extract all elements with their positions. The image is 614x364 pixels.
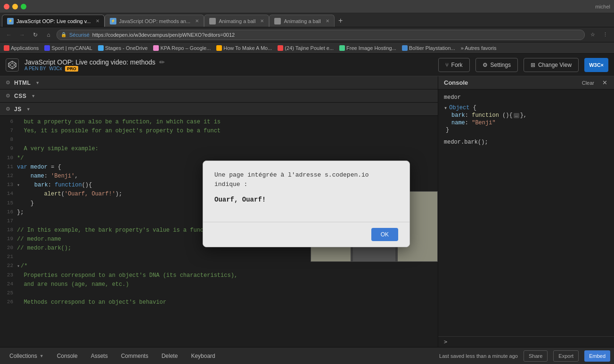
bookmark-sport[interactable]: Sport | myCANAL <box>44 45 92 51</box>
bookmark-kpa-label: KPA Repo – Google... <box>160 45 211 51</box>
nav-bar: ← → ↻ ⌂ 🔒 Sécurisé https://codepen.io/w3… <box>0 27 614 42</box>
maximize-window-button[interactable] <box>21 4 26 9</box>
settings-menu-button[interactable]: ⋮ <box>600 30 610 40</box>
tab-2-close[interactable]: ✕ <box>260 18 264 24</box>
tab-0[interactable]: ⚡ JavaScript OOP: Live coding v... ✕ <box>2 15 105 27</box>
settings-icon: ⚙ <box>483 62 488 68</box>
nav-actions: ☆ ⋮ <box>588 30 610 40</box>
bottom-tab-keyboard[interactable]: Keyboard <box>185 349 221 363</box>
bookmark-sport-label: Sport | myCANAL <box>51 45 92 51</box>
bottom-tab-assets-label: Assets <box>91 353 108 359</box>
tab-3[interactable]: Animating a ball ✕ <box>269 15 334 27</box>
html-panel-header[interactable]: ⚙ HTML ▼ <box>0 76 438 89</box>
tab-2-label: Animating a ball <box>219 18 255 24</box>
tab-3-close[interactable]: ✕ <box>326 18 329 24</box>
url-text: https://codepen.io/w3devcampus/pen/pWNEX… <box>92 32 235 38</box>
w3c-button[interactable]: W3C× <box>584 58 608 72</box>
window-controls <box>4 4 26 9</box>
css-panel-gear: ⚙ <box>6 93 10 99</box>
forward-button[interactable]: → <box>17 30 27 40</box>
bookmark-playstation[interactable]: Boîtier Playstation... <box>402 45 455 51</box>
bookmark-kpa[interactable]: KPA Repo – Google... <box>153 45 211 51</box>
tab-3-label: Animating a ball <box>284 18 320 24</box>
bottom-tab-collections-label: Collections <box>9 353 37 359</box>
minimize-window-button[interactable] <box>12 4 18 9</box>
pen-title: JavaScript OOP: Live coding video: metho… <box>25 58 165 66</box>
code-editor[interactable]: 6 but a property can also be a function,… <box>0 116 438 347</box>
secure-label: Sécurisé <box>69 32 90 38</box>
tab-2[interactable]: Animating a ball ✕ <box>204 15 269 27</box>
home-button[interactable]: ⌂ <box>43 30 54 40</box>
close-window-button[interactable] <box>4 4 9 9</box>
alert-message: Ouarf, Ouarf! <box>214 194 398 205</box>
share-button[interactable]: Share <box>524 350 548 362</box>
alert-title: Une page intégrée à l'adresse s.codepen.… <box>214 170 398 189</box>
collections-chevron: ▼ <box>40 354 44 358</box>
bottom-tab-delete[interactable]: Delete <box>156 349 184 363</box>
css-panel-header[interactable]: ⚙ CSS ▼ <box>0 89 438 103</box>
codepen-logo[interactable] <box>6 58 19 72</box>
bottom-bar: Collections ▼ Console Assets Comments De… <box>0 347 614 364</box>
right-panel: Console Clear ✕ medor ▾ Object { bark: f… <box>438 76 614 347</box>
lock-icon: 🔒 <box>61 32 66 37</box>
tab-0-close[interactable]: ✕ <box>96 18 99 24</box>
tab-1-label: JavaScript OOP: methods an... <box>119 18 191 24</box>
fork-button[interactable]: ⑂ Fork <box>438 58 470 72</box>
bookmark-stages[interactable]: Stages - OneDrive <box>98 45 147 51</box>
html-panel-label: HTML <box>14 80 31 86</box>
settings-button[interactable]: ⚙ Settings <box>475 58 518 72</box>
js-panel: ⚙ JS ▼ 6 but a property can also be a fu… <box>0 103 438 347</box>
reload-button[interactable]: ↻ <box>30 30 41 40</box>
console-prompt: > <box>444 339 447 345</box>
pro-badge: PRO <box>65 66 78 72</box>
js-panel-chevron: ▼ <box>26 107 31 112</box>
browser-bar: michel <box>0 0 614 13</box>
bookmark-tajine[interactable]: (24) Tajine Poulet e... <box>278 45 334 51</box>
embed-button[interactable]: Embed <box>584 350 610 362</box>
back-button[interactable]: ← <box>4 30 14 40</box>
main-area: ⚙ HTML ▼ ⚙ CSS ▼ ⚙ JS ▼ 6 but a property… <box>0 76 614 347</box>
js-panel-label: JS <box>14 106 22 113</box>
alert-ok-button[interactable]: OK <box>371 228 398 241</box>
codepen-header: JavaScript OOP: Live coding video: metho… <box>0 54 614 76</box>
bottom-tab-assets[interactable]: Assets <box>85 349 114 363</box>
bookmark-star-button[interactable]: ☆ <box>588 30 598 40</box>
change-view-button[interactable]: ⊞ Change View <box>524 58 579 72</box>
tab-0-icon: ⚡ <box>7 18 14 24</box>
alert-dialog: Une page intégrée à l'adresse s.codepen.… <box>203 161 410 247</box>
js-panel-header[interactable]: ⚙ JS ▼ <box>0 103 438 116</box>
bookmark-hosting[interactable]: Free Image Hosting... <box>339 45 396 51</box>
tab-3-icon <box>274 18 281 24</box>
tab-2-icon <box>209 18 216 24</box>
bookmark-applications[interactable]: Applications <box>4 45 39 51</box>
new-tab-button[interactable]: + <box>335 15 347 27</box>
bookmark-how-to[interactable]: How To Make A Mo... <box>216 45 272 51</box>
bottom-tab-console[interactable]: Console <box>51 349 83 363</box>
address-bar[interactable]: 🔒 Sécurisé https://codepen.io/w3devcampu… <box>57 30 585 40</box>
css-panel-label: CSS <box>14 93 26 99</box>
tab-1-close[interactable]: ✕ <box>195 18 199 24</box>
js-panel-gear: ⚙ <box>6 106 10 112</box>
export-button[interactable]: Export <box>553 350 579 362</box>
bottom-tab-comments-label: Comments <box>121 353 148 359</box>
console-header: Console Clear ✕ <box>438 76 614 89</box>
console-prop-name: name: "Benji" <box>444 119 608 127</box>
tab-1[interactable]: ⚡ JavaScript OOP: methods an... ✕ <box>105 15 205 27</box>
bookmarks-bar: Applications Sport | myCANAL Stages - On… <box>0 42 614 54</box>
bottom-tab-comments[interactable]: Comments <box>115 349 154 363</box>
console-clear-button[interactable]: Clear <box>579 79 597 87</box>
bookmark-stages-label: Stages - OneDrive <box>105 45 147 51</box>
bottom-tab-collections[interactable]: Collections ▼ <box>4 349 49 363</box>
console-input-row: > <box>438 336 614 347</box>
tab-1-icon: ⚡ <box>110 18 116 24</box>
console-input[interactable] <box>450 339 608 345</box>
svg-marker-1 <box>10 63 15 66</box>
bookmark-autres[interactable]: » Autres favoris <box>461 45 497 51</box>
console-object-output: ▾ Object { bark: function (){…}, name: "… <box>444 105 608 133</box>
change-view-icon: ⊞ <box>531 62 535 68</box>
console-close-button[interactable]: ✕ <box>601 79 608 87</box>
bookmark-autres-label: » Autres favoris <box>461 45 497 51</box>
console-prop-bark: bark: function (){…}, <box>444 112 608 119</box>
fork-icon: ⑂ <box>445 62 449 68</box>
left-panel: ⚙ HTML ▼ ⚙ CSS ▼ ⚙ JS ▼ 6 but a property… <box>0 76 438 347</box>
